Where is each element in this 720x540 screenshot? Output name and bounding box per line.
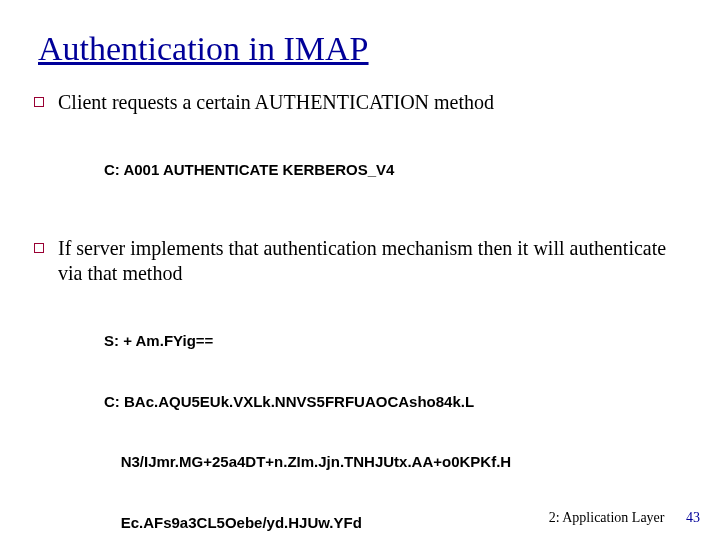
footer: 2: Application Layer 43 [549, 510, 700, 526]
code-block: S: + Am.FYig== C: BAc.AQU5EUk.VXLk.NNVS5… [104, 290, 692, 540]
code-line: S: + Am.FYig== [104, 331, 692, 351]
code-block: C: A001 AUTHENTICATE KERBEROS_V4 [104, 119, 692, 220]
footer-page-number: 43 [686, 510, 700, 525]
bullet-item: If server implements that authentication… [28, 236, 692, 540]
slide: Authentication in IMAP Client requests a… [0, 0, 720, 540]
bullet-text: If server implements that authentication… [58, 236, 692, 286]
code-line: C: A001 AUTHENTICATE KERBEROS_V4 [104, 160, 692, 180]
bullet-list: Client requests a certain AUTHENTICATION… [28, 90, 692, 540]
code-line: C: BAc.AQU5EUk.VXLk.NNVS5FRFUAOCAsho84k.… [104, 392, 692, 412]
code-line: N3/IJmr.MG+25a4DT+n.ZIm.Jjn.TNHJUtx.AA+o… [104, 452, 692, 472]
footer-chapter: 2: Application Layer [549, 510, 665, 525]
slide-title: Authentication in IMAP [38, 30, 692, 68]
bullet-item: Client requests a certain AUTHENTICATION… [28, 90, 692, 220]
bullet-text: Client requests a certain AUTHENTICATION… [58, 90, 692, 115]
